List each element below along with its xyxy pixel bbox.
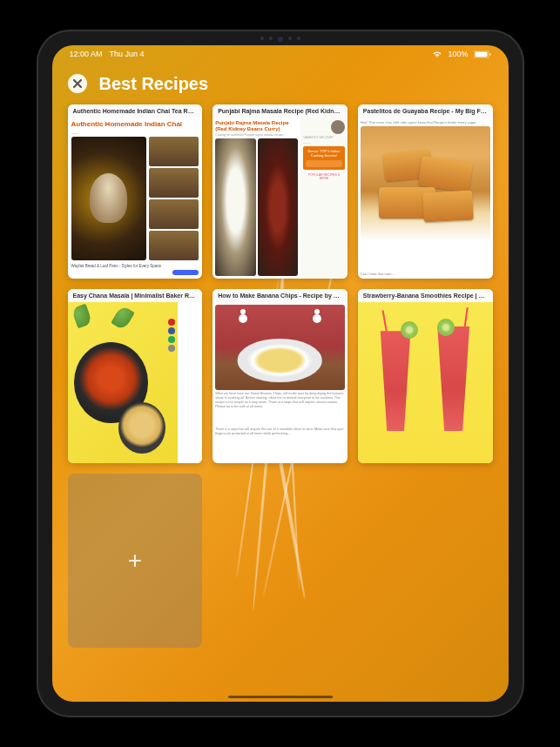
tile-title: How to Make Banana Chips - Recipe by Pan…	[213, 289, 347, 302]
recipe-image	[71, 137, 146, 260]
social-icon	[168, 336, 175, 343]
status-date: Thu Jun 4	[110, 50, 145, 58]
ipad-frame: 12:00 AM Thu Jun 4 100% Best Recipes A	[37, 30, 524, 717]
tile-caption: Can I hear that man…	[361, 272, 490, 276]
sidebar-heading: NAMASTE & WELCOME!	[303, 136, 345, 139]
status-time: 12:00 AM	[70, 50, 103, 58]
tile-title: Pastelitos de Guayaba Recipe - My Big Fa…	[358, 104, 493, 118]
recipe-image	[215, 138, 256, 276]
add-tab-button[interactable]: +	[68, 474, 203, 648]
plus-icon: +	[128, 547, 142, 575]
recipe-image	[258, 138, 299, 276]
tile-title: Easy Chana Masala | Minimalist Baker Rec…	[68, 289, 203, 302]
recipe-image	[358, 302, 493, 463]
header: Best Recipes	[52, 68, 509, 99]
recipe-image	[68, 302, 203, 463]
close-button[interactable]	[68, 74, 87, 93]
avatar	[331, 120, 345, 134]
social-icon	[168, 327, 175, 334]
page-title: Best Recipes	[99, 74, 209, 94]
battery-icon	[474, 50, 491, 58]
thumbnail	[149, 137, 199, 166]
tab-tile-chai[interactable]: Authentic Homemade Indian Chai Tea Recip…	[68, 104, 203, 279]
promo-link: POPULAR RECIPES & MORE	[303, 173, 345, 180]
close-icon	[72, 78, 83, 89]
social-icon	[168, 319, 175, 326]
recipe-image	[215, 305, 345, 390]
screen: 12:00 AM Thu Jun 4 100% Best Recipes A	[52, 45, 509, 702]
social-icon	[168, 345, 175, 352]
promo-box: Bonus: TOP 5 Indian Cooking Secrets!	[303, 146, 345, 170]
svg-rect-2	[489, 53, 491, 56]
thumbnail	[149, 168, 199, 198]
tab-tile-banana[interactable]: How to Make Banana Chips - Recipe by Pan…	[213, 289, 347, 463]
thumbnail	[149, 199, 199, 229]
status-bar: 12:00 AM Thu Jun 4 100%	[52, 45, 509, 63]
recipe-image	[361, 126, 490, 270]
tile-subtitle: Punjabi Rajma Masala Recipe (Red Kidney …	[215, 120, 298, 131]
tile-title: Punjabi Rajma Masala Recipe (Red Kidney …	[213, 104, 347, 118]
tab-tile-smoothie[interactable]: Strawberry-Banana Smoothies Recipe | Eat…	[358, 289, 493, 463]
tile-body: There is a step that will require the us…	[215, 427, 345, 461]
svg-rect-1	[475, 51, 487, 57]
thumbnail	[149, 231, 199, 260]
tile-body: What we have here are Sweet Banana Chips…	[215, 392, 345, 425]
tile-title: Authentic Homemade Indian Chai Tea Recip…	[68, 104, 203, 118]
home-indicator[interactable]	[228, 696, 333, 698]
ad-button	[172, 270, 199, 275]
tile-title: Strawberry-Banana Smoothies Recipe | Eat…	[358, 289, 493, 302]
tile-intro: Hey! That more chai chef utter spare kno…	[361, 120, 490, 124]
battery-percent: 100%	[448, 50, 468, 58]
notch	[260, 37, 300, 42]
tab-grid: Authentic Homemade Indian Chai Tea Recip…	[68, 104, 493, 686]
tile-subtitle: Authentic Homemade Indian Chai	[71, 121, 199, 129]
wifi-icon	[432, 50, 442, 58]
tab-tile-rajma[interactable]: Punjabi Rajma Masala Recipe (Red Kidney …	[213, 104, 347, 279]
tile-footer: Wayfair Bread & Loaf Pans - Styles for E…	[71, 262, 199, 268]
tab-tile-chana[interactable]: Easy Chana Masala | Minimalist Baker Rec…	[68, 289, 203, 463]
tab-tile-guayaba[interactable]: Pastelitos de Guayaba Recipe - My Big Fa…	[358, 104, 493, 279]
